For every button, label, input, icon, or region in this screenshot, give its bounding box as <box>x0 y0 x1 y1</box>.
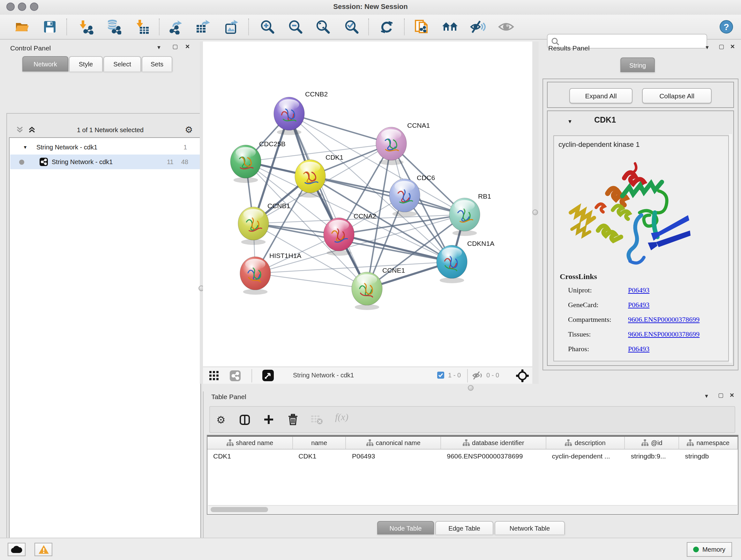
first-neighbors-icon[interactable] <box>441 18 459 36</box>
results-scrollbar[interactable] <box>729 134 732 363</box>
tree-expand-icon[interactable]: ▼ <box>23 145 27 149</box>
collapse-all-button[interactable]: Collapse All <box>642 88 712 104</box>
column-header-name[interactable]: name <box>293 437 346 449</box>
tab-select[interactable]: Select <box>104 56 141 71</box>
tab-edge-table[interactable]: Edge Table <box>435 521 493 535</box>
results-panel-menu-icon[interactable]: ▼ <box>704 45 710 51</box>
crosshair-icon[interactable] <box>516 369 529 382</box>
selected-checkbox-icon[interactable] <box>437 372 444 379</box>
memory-button[interactable]: Memory <box>687 542 732 557</box>
control-panel-float-icon[interactable]: ▢ <box>172 44 178 50</box>
tab-network-table[interactable]: Network Table <box>495 521 565 535</box>
column-header-databaseidentifier[interactable]: database identifier <box>441 437 546 449</box>
show-columns-icon[interactable] <box>239 415 250 425</box>
graph-edge-CDK1-RB1[interactable] <box>310 176 465 214</box>
grid-view-icon[interactable] <box>209 371 219 381</box>
export-table-icon[interactable] <box>194 18 212 36</box>
graph-node-HIST1H1A[interactable] <box>240 257 271 295</box>
collapse-all-networks-icon[interactable] <box>16 126 23 133</box>
network-options-gear-icon[interactable]: ⚙ <box>185 125 193 134</box>
zoom-fit-icon[interactable] <box>314 18 332 36</box>
share-view-icon[interactable] <box>230 370 241 381</box>
table-hscrollbar[interactable] <box>208 505 737 513</box>
graph-edge-RB1-HIST1H1A[interactable] <box>255 214 465 273</box>
right-splitter-handle[interactable] <box>532 209 538 215</box>
column-header-namespace[interactable]: namespace <box>679 437 738 449</box>
table-hscrollbar-thumb[interactable] <box>211 507 268 512</box>
create-column-icon[interactable] <box>264 415 274 425</box>
bottom-splitter[interactable] <box>203 384 532 391</box>
export-image-icon[interactable] <box>222 18 240 36</box>
graph-node-CCNB1[interactable] <box>238 207 269 245</box>
tab-network[interactable]: Network <box>22 56 68 71</box>
graph-node-CDKN1A[interactable] <box>436 245 467 283</box>
graph-edge-CCNB2-CCNA1[interactable] <box>289 114 391 144</box>
network-canvas[interactable]: CCNB2CCNA1CDC25BCDK1CDC6RB1CCNB1CCNA2CDK… <box>203 42 532 367</box>
results-panel-close-icon[interactable]: ✕ <box>730 44 735 50</box>
zoom-selected-icon[interactable] <box>343 18 360 36</box>
column-header-description[interactable]: description <box>546 437 625 449</box>
crosslink-row: Uniprot:P06493 <box>554 284 730 299</box>
crosslink-link[interactable]: P06493 <box>628 286 650 294</box>
control-panel-menu-icon[interactable]: ▼ <box>156 45 161 51</box>
zoom-in-icon[interactable] <box>259 18 276 36</box>
tab-sets[interactable]: Sets <box>142 56 172 71</box>
column-header-sharedname[interactable]: shared name <box>207 437 293 449</box>
crosslinks-list: Uniprot:P06493GeneCard:P06493Compartment… <box>554 284 730 358</box>
column-header-id[interactable]: @id <box>625 437 679 449</box>
table-panel-close-icon[interactable]: ✕ <box>730 392 734 398</box>
birds-eye-view-icon[interactable] <box>262 370 274 381</box>
show-all-icon[interactable] <box>497 18 515 36</box>
expand-all-button[interactable]: Expand All <box>569 88 632 104</box>
import-table-from-file-icon[interactable] <box>133 18 151 36</box>
table-panel-float-icon[interactable]: ▢ <box>718 392 724 398</box>
cell-sharedname[interactable]: CDK1 <box>207 449 293 462</box>
tab-string[interactable]: String <box>620 57 655 72</box>
crosslink-link[interactable]: 9606.ENSP00000378699 <box>628 330 699 338</box>
export-network-icon[interactable] <box>166 18 185 36</box>
cell-canonicalname[interactable]: P06493 <box>346 449 441 462</box>
left-splitter[interactable] <box>200 42 203 384</box>
cell-id[interactable]: stringdb:9... <box>625 449 679 462</box>
save-session-icon[interactable] <box>41 18 59 36</box>
graph-node-RB1[interactable] <box>449 198 480 236</box>
tab-node-table[interactable]: Node Table <box>377 521 434 535</box>
import-network-from-file-icon[interactable] <box>77 18 95 36</box>
bottom-splitter-handle[interactable] <box>468 385 474 391</box>
graph-edge-CCNE1-HIST1H1A[interactable] <box>255 273 367 289</box>
warning-status-button[interactable] <box>35 543 52 556</box>
network-tree-root-row[interactable]: ▼ String Network - cdk1 1 <box>10 140 200 154</box>
graph-node-CCNB2[interactable] <box>274 97 305 135</box>
open-session-icon[interactable] <box>13 18 30 36</box>
graph-node-CDC25B[interactable] <box>230 145 261 183</box>
tab-style[interactable]: Style <box>69 56 103 71</box>
help-icon[interactable]: ? <box>718 18 735 36</box>
cell-namespace[interactable]: stringdb <box>679 449 738 462</box>
delete-columns-icon[interactable] <box>288 414 298 425</box>
table-options-gear-icon[interactable]: ⚙ <box>216 415 226 426</box>
column-header-canonicalname[interactable]: canonical name <box>346 437 441 449</box>
clone-network-icon[interactable] <box>413 18 431 36</box>
column-header-label: name <box>311 439 327 446</box>
crosslink-link[interactable]: 9606.ENSP00000378699 <box>628 315 699 323</box>
zoom-out-icon[interactable] <box>286 18 305 36</box>
hide-selected-icon[interactable] <box>469 18 487 36</box>
crosslink-link[interactable]: P06493 <box>628 345 650 353</box>
entry-collapse-icon[interactable]: ▼ <box>567 119 572 125</box>
network-graph[interactable]: CCNB2CCNA1CDC25BCDK1CDC6RB1CCNB1CCNA2CDK… <box>203 42 532 367</box>
cell-name[interactable]: CDK1 <box>293 449 346 462</box>
import-network-from-database-icon[interactable] <box>105 18 123 36</box>
network-tree-selected-row[interactable]: String Network - cdk1 11 48 <box>10 154 200 169</box>
control-panel-close-icon[interactable]: ✕ <box>185 44 190 50</box>
results-panel-float-icon[interactable]: ▢ <box>719 44 724 50</box>
expand-all-networks-icon[interactable] <box>28 126 36 133</box>
cloud-status-button[interactable] <box>8 543 25 556</box>
table-row[interactable]: CDK1CDK1P064939606.ENSP00000378699cyclin… <box>207 449 738 462</box>
table-panel-menu-icon[interactable]: ▼ <box>704 393 709 399</box>
cell-databaseidentifier[interactable]: 9606.ENSP00000378699 <box>441 449 546 462</box>
refresh-view-icon[interactable] <box>378 18 396 36</box>
cell-description[interactable]: cyclin-dependent ... <box>546 449 625 462</box>
crosslink-link[interactable]: P06493 <box>628 301 650 308</box>
graph-node-CCNA1[interactable] <box>376 127 407 165</box>
graph-node-CCNE1[interactable] <box>352 272 382 310</box>
